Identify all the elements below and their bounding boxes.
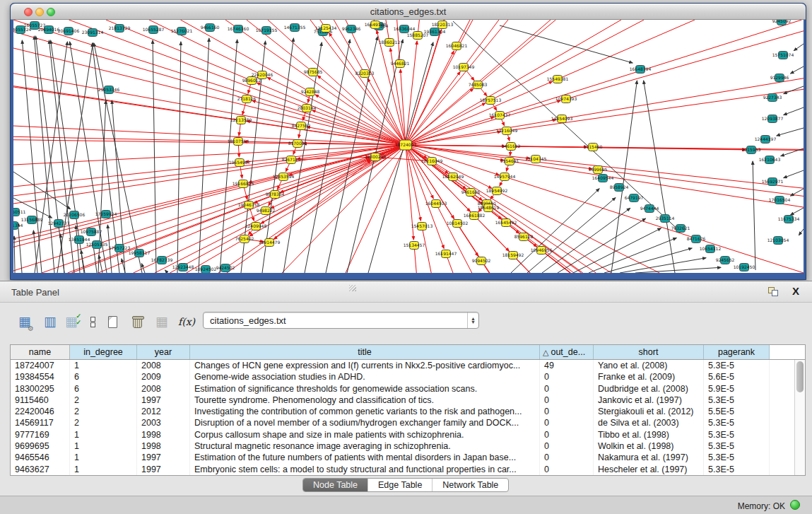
delete-column-icon[interactable] bbox=[133, 313, 142, 331]
cell-out_degree[interactable]: 0 bbox=[540, 440, 594, 452]
table-row[interactable]: 977716911998Corpus callosum shape and si… bbox=[11, 429, 794, 440]
scrollbar-thumb[interactable] bbox=[796, 361, 804, 392]
table-column-icon[interactable]: ▥ bbox=[44, 313, 57, 331]
cell-title[interactable]: Corpus callosum shape and size in male p… bbox=[190, 429, 540, 440]
new-column-icon[interactable] bbox=[108, 313, 117, 331]
cell-pagerank[interactable]: 5.5E-5 bbox=[704, 406, 770, 417]
close-panel-icon[interactable]: X bbox=[792, 285, 799, 297]
table-selector-dropdown[interactable]: citations_edges.txt ▲▼ bbox=[203, 312, 479, 329]
cell-in_degree[interactable]: 1 bbox=[70, 440, 137, 452]
cell-year[interactable]: 2009 bbox=[137, 371, 190, 382]
cell-out_degree[interactable]: 0 bbox=[540, 417, 594, 428]
cell-title[interactable]: Investigating the contribution of common… bbox=[190, 406, 540, 417]
cell-out_degree[interactable]: 49 bbox=[540, 360, 594, 371]
cell-year[interactable]: 1997 bbox=[137, 395, 190, 406]
panel-resize-grip[interactable] bbox=[349, 285, 356, 291]
cell-out_degree[interactable]: 0 bbox=[540, 464, 594, 475]
tab-edge-table[interactable]: Edge Table bbox=[368, 479, 433, 491]
column-header-title[interactable]: title bbox=[190, 345, 540, 359]
table-row[interactable]: 2242004622012Investigating the contribut… bbox=[11, 406, 794, 417]
cell-out_degree[interactable]: 0 bbox=[540, 452, 594, 463]
cell-year[interactable]: 2008 bbox=[137, 360, 190, 371]
cell-pagerank[interactable]: 5.3E-5 bbox=[704, 395, 770, 406]
row-height-icon[interactable] bbox=[90, 313, 95, 331]
table-settings-icon[interactable]: ▦ ⚙ bbox=[18, 313, 31, 331]
cell-out_degree[interactable]: 0 bbox=[540, 429, 594, 440]
cell-in_degree[interactable]: 1 bbox=[70, 360, 137, 371]
tab-node-table[interactable]: Node Table bbox=[303, 479, 368, 491]
cell-in_degree[interactable]: 2 bbox=[70, 406, 137, 417]
cell-title[interactable]: Embryonic stem cells: a model to study s… bbox=[190, 464, 540, 475]
cell-out_degree[interactable]: 0 bbox=[540, 406, 594, 417]
network-graph[interactable]: 2405572416055727208940162069140623091314… bbox=[13, 20, 804, 273]
cell-out_degree[interactable]: 0 bbox=[540, 371, 594, 382]
cell-year[interactable]: 1998 bbox=[137, 429, 190, 440]
cell-name[interactable]: 14569117 bbox=[11, 417, 70, 428]
table-row[interactable]: 1456911722003Disruption of a novel membe… bbox=[11, 417, 794, 428]
cell-title[interactable]: Structural magnetic resonance image aver… bbox=[190, 440, 540, 452]
cell-name[interactable]: 18300295 bbox=[11, 383, 70, 395]
cell-title[interactable]: Tourette syndrome. Phenomenology and cla… bbox=[190, 395, 540, 406]
cell-pagerank[interactable]: 5.3E-5 bbox=[704, 360, 770, 371]
cell-title[interactable]: Genome-wide association studies in ADHD. bbox=[190, 371, 540, 382]
cell-name[interactable]: 18724007 bbox=[11, 360, 70, 371]
cell-in_degree[interactable]: 1 bbox=[70, 464, 137, 475]
table-row[interactable]: 1830029562008Estimation of significance … bbox=[11, 383, 794, 395]
table-row[interactable]: 911546021997Tourette syndrome. Phenomeno… bbox=[11, 395, 794, 406]
cell-short[interactable]: Hescheler et al. (1997) bbox=[594, 464, 704, 475]
cell-short[interactable]: Yano et al. (2008) bbox=[594, 360, 704, 371]
cell-out_degree[interactable]: 0 bbox=[540, 395, 594, 406]
table-row[interactable]: 1938455462009Genome-wide association stu… bbox=[11, 371, 794, 382]
cell-name[interactable]: 9777169 bbox=[11, 429, 70, 440]
cell-in_degree[interactable]: 2 bbox=[70, 395, 137, 406]
cell-in_degree[interactable]: 1 bbox=[70, 452, 137, 463]
table-row[interactable]: 946362711997Embryonic stem cells: a mode… bbox=[11, 464, 794, 475]
cell-year[interactable]: 1998 bbox=[137, 440, 190, 452]
table-row[interactable]: 969969511998Structural magnetic resonanc… bbox=[11, 440, 794, 452]
cell-pagerank[interactable]: 5.3E-5 bbox=[704, 464, 770, 475]
cell-pagerank[interactable]: 5.3E-5 bbox=[704, 440, 770, 452]
cell-pagerank[interactable]: 5.9E-5 bbox=[704, 383, 770, 395]
cell-name[interactable]: 9463627 bbox=[11, 464, 70, 475]
cell-year[interactable]: 2008 bbox=[137, 383, 190, 395]
cell-name[interactable]: 9465546 bbox=[11, 452, 70, 463]
cell-short[interactable]: Franke et al. (2009) bbox=[594, 371, 704, 382]
vertical-scrollbar[interactable] bbox=[794, 360, 805, 475]
tab-network-table[interactable]: Network Table bbox=[433, 479, 508, 491]
column-header-pagerank[interactable]: pagerank bbox=[704, 345, 770, 359]
cell-short[interactable]: Nakamura et al. (1997) bbox=[594, 452, 704, 463]
window-titlebar[interactable]: citations_edges.txt bbox=[11, 4, 806, 20]
cell-name[interactable]: 22420046 bbox=[11, 406, 70, 417]
column-header-short[interactable]: short bbox=[594, 345, 704, 359]
cell-title[interactable]: Changes of HCN gene expression and I(f) … bbox=[190, 360, 540, 371]
table-row[interactable]: 946554611997Estimation of the future num… bbox=[11, 452, 794, 463]
column-header-year[interactable]: year bbox=[137, 345, 190, 359]
cell-in_degree[interactable]: 6 bbox=[70, 371, 137, 382]
cell-pagerank[interactable]: 5.3E-5 bbox=[704, 417, 770, 428]
float-panel-icon[interactable] bbox=[768, 287, 778, 296]
cell-title[interactable]: Estimation of the future numbers of pati… bbox=[190, 452, 540, 463]
cell-year[interactable]: 2012 bbox=[137, 406, 190, 417]
cell-in_degree[interactable]: 1 bbox=[70, 429, 137, 440]
cell-short[interactable]: de Silva et al. (2003) bbox=[594, 417, 704, 428]
network-canvas[interactable]: 2405572416055727208940162069140623091314… bbox=[13, 20, 804, 273]
cell-name[interactable]: 19384554 bbox=[11, 371, 70, 382]
cell-short[interactable]: Jankovic et al. (1997) bbox=[594, 395, 704, 406]
cell-year[interactable]: 1997 bbox=[137, 452, 190, 463]
cell-title[interactable]: Disruption of a novel member of a sodium… bbox=[190, 417, 540, 428]
cell-title[interactable]: Estimation of significance thresholds fo… bbox=[190, 383, 540, 395]
cell-short[interactable]: Tibbo et al. (1998) bbox=[594, 429, 704, 440]
column-header-out_degree[interactable]: △out_de... bbox=[540, 345, 594, 359]
cell-short[interactable]: Wolkin et al. (1998) bbox=[594, 440, 704, 452]
column-header-name[interactable]: name bbox=[11, 345, 70, 359]
cell-pagerank[interactable]: 5.3E-5 bbox=[704, 452, 770, 463]
cell-name[interactable]: 9699695 bbox=[11, 440, 70, 452]
table-visibility-icon[interactable]: ▦ ✓✓ bbox=[65, 313, 78, 331]
cell-pagerank[interactable]: 5.3E-5 bbox=[704, 429, 770, 440]
cell-short[interactable]: Dudbridge et al. (2008) bbox=[594, 383, 704, 395]
cell-short[interactable]: Stergiakouli et al. (2012) bbox=[594, 406, 704, 417]
memory-status-indicator[interactable] bbox=[790, 500, 800, 510]
cell-year[interactable]: 2003 bbox=[137, 417, 190, 428]
column-header-in_degree[interactable]: in_degree bbox=[70, 345, 137, 359]
cell-name[interactable]: 9115460 bbox=[11, 395, 70, 406]
